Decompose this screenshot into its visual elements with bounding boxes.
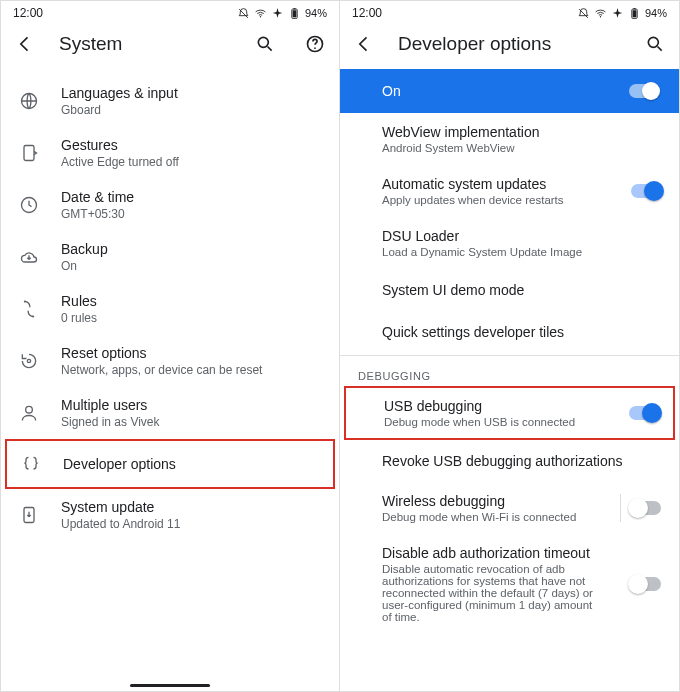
- status-bar: 12:00 94%: [340, 1, 679, 23]
- item-subtitle: Signed in as Vivek: [61, 415, 323, 429]
- toggle-switch[interactable]: [631, 184, 661, 198]
- item-subtitle: Debug mode when Wi-Fi is connected: [382, 511, 602, 523]
- status-icons: 94%: [237, 7, 327, 20]
- item-subtitle: Gboard: [61, 103, 323, 117]
- app-bar: Developer options: [340, 23, 679, 69]
- page-title: Developer options: [398, 33, 627, 55]
- dev-item-system-ui-demo-mode[interactable]: System UI demo mode: [340, 269, 679, 311]
- item-subtitle: Updated to Android 11: [61, 517, 323, 531]
- status-time: 12:00: [352, 6, 382, 20]
- update-icon: [19, 505, 61, 525]
- item-subtitle: Debug mode when USB is connected: [384, 416, 604, 428]
- dev-item-usb-debugging[interactable]: USB debuggingDebug mode when USB is conn…: [344, 386, 675, 440]
- item-subtitle: Android System WebView: [382, 142, 602, 154]
- item-title: DSU Loader: [382, 228, 661, 244]
- item-title: Gestures: [61, 137, 323, 153]
- globe-icon: [19, 91, 61, 111]
- status-icons: 94%: [577, 7, 667, 20]
- airplane-icon: [611, 7, 624, 20]
- divider: [340, 355, 679, 356]
- cloud-icon: [19, 247, 61, 267]
- gestures-icon: [19, 143, 61, 163]
- item-title: Automatic system updates: [382, 176, 623, 192]
- system-item-gestures[interactable]: GesturesActive Edge turned off: [1, 127, 339, 179]
- dev-item-webview-implementation[interactable]: WebView implementationAndroid System Web…: [340, 113, 679, 165]
- item-subtitle: Apply updates when device restarts: [382, 194, 602, 206]
- battery-pct: 94%: [305, 7, 327, 19]
- toggle-switch[interactable]: [631, 501, 661, 515]
- system-item-system-update[interactable]: System updateUpdated to Android 11: [1, 489, 339, 541]
- item-subtitle: GMT+05:30: [61, 207, 323, 221]
- master-toggle-label: On: [382, 83, 629, 99]
- master-toggle-switch[interactable]: [629, 84, 659, 98]
- system-item-date-time[interactable]: Date & timeGMT+05:30: [1, 179, 339, 231]
- search-button[interactable]: [255, 34, 275, 54]
- nav-indicator: [130, 684, 210, 687]
- system-item-developer-options[interactable]: Developer options: [5, 439, 335, 489]
- clock-icon: [19, 195, 61, 215]
- item-title: Quick settings developer tiles: [382, 324, 661, 340]
- divider: [620, 494, 621, 522]
- status-bar: 12:00 94%: [1, 1, 339, 23]
- item-title: WebView implementation: [382, 124, 661, 140]
- dev-item-disable-adb-authorization-timeout[interactable]: Disable adb authorization timeoutDisable…: [340, 534, 679, 634]
- person-icon: [19, 403, 61, 423]
- braces-icon: [21, 454, 63, 474]
- rules-icon: [19, 299, 61, 319]
- wifi-icon: [594, 7, 607, 20]
- airplane-icon: [271, 7, 284, 20]
- section-header-debugging: DEBUGGING: [340, 358, 679, 386]
- system-item-languages-input[interactable]: Languages & inputGboard: [1, 75, 339, 127]
- item-title: Wireless debugging: [382, 493, 612, 509]
- item-title: Multiple users: [61, 397, 323, 413]
- battery-pct: 94%: [645, 7, 667, 19]
- page-title: System: [59, 33, 237, 55]
- item-subtitle: 0 rules: [61, 311, 323, 325]
- system-settings-list: Languages & inputGboardGesturesActive Ed…: [1, 69, 339, 541]
- system-item-multiple-users[interactable]: Multiple usersSigned in as Vivek: [1, 387, 339, 439]
- dnd-icon: [237, 7, 250, 20]
- back-button[interactable]: [354, 34, 374, 54]
- item-title: USB debugging: [384, 398, 621, 414]
- search-button[interactable]: [645, 34, 665, 54]
- dev-item-wireless-debugging[interactable]: Wireless debuggingDebug mode when Wi-Fi …: [340, 482, 679, 534]
- reset-icon: [19, 351, 61, 371]
- dev-item-revoke-usb-debugging-authorizations[interactable]: Revoke USB debugging authorizations: [340, 440, 679, 482]
- dev-item-dsu-loader[interactable]: DSU LoaderLoad a Dynamic System Update I…: [340, 217, 679, 269]
- wifi-icon: [254, 7, 267, 20]
- item-subtitle: Load a Dynamic System Update Image: [382, 246, 602, 258]
- debugging-list: USB debuggingDebug mode when USB is conn…: [340, 386, 679, 634]
- back-button[interactable]: [15, 34, 35, 54]
- toggle-switch[interactable]: [631, 577, 661, 591]
- battery-icon: [628, 7, 641, 20]
- item-title: Reset options: [61, 345, 323, 361]
- app-bar: System: [1, 23, 339, 69]
- dnd-icon: [577, 7, 590, 20]
- system-item-reset-options[interactable]: Reset optionsNetwork, apps, or device ca…: [1, 335, 339, 387]
- item-title: Developer options: [63, 456, 317, 472]
- item-title: System UI demo mode: [382, 282, 661, 298]
- item-title: Date & time: [61, 189, 323, 205]
- item-subtitle: Active Edge turned off: [61, 155, 323, 169]
- dev-item-automatic-system-updates[interactable]: Automatic system updatesApply updates wh…: [340, 165, 679, 217]
- item-title: Rules: [61, 293, 323, 309]
- battery-icon: [288, 7, 301, 20]
- item-title: Revoke USB debugging authorizations: [382, 453, 661, 469]
- system-item-rules[interactable]: Rules0 rules: [1, 283, 339, 335]
- item-title: Backup: [61, 241, 323, 257]
- item-subtitle: Network, apps, or device can be reset: [61, 363, 323, 377]
- item-subtitle: Disable automatic revocation of adb auth…: [382, 563, 602, 623]
- help-button[interactable]: [305, 34, 325, 54]
- developer-options-list: WebView implementationAndroid System Web…: [340, 113, 679, 353]
- toggle-switch[interactable]: [629, 406, 659, 420]
- item-title: System update: [61, 499, 323, 515]
- system-settings-screen: 12:00 94% System Languages & inputGboard…: [0, 0, 340, 692]
- dev-item-quick-settings-developer-tiles[interactable]: Quick settings developer tiles: [340, 311, 679, 353]
- item-subtitle: On: [61, 259, 323, 273]
- status-time: 12:00: [13, 6, 43, 20]
- item-title: Languages & input: [61, 85, 323, 101]
- developer-options-screen: 12:00 94% Developer options On WebView i…: [340, 0, 680, 692]
- item-title: Disable adb authorization timeout: [382, 545, 623, 561]
- system-item-backup[interactable]: BackupOn: [1, 231, 339, 283]
- developer-options-master-toggle[interactable]: On: [340, 69, 679, 113]
